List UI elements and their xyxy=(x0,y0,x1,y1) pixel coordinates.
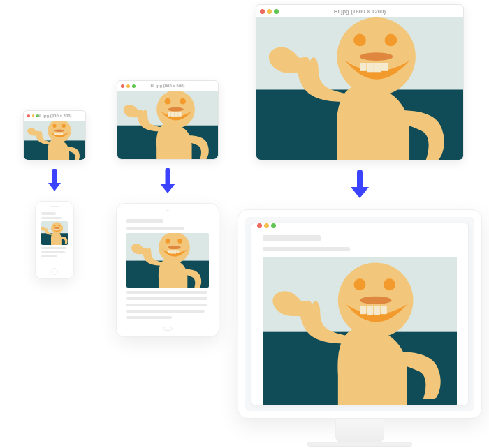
traffic-lights-icon xyxy=(260,9,279,14)
text-placeholder xyxy=(41,255,57,257)
text-placeholder xyxy=(126,297,207,300)
text-placeholder xyxy=(263,247,350,251)
text-placeholder xyxy=(126,304,207,306)
traffic-lights-icon xyxy=(27,114,39,117)
character-illustration xyxy=(24,121,85,160)
phone-screen xyxy=(38,209,71,266)
image-window-large: Hi.jpg (1600 × 1200) xyxy=(256,4,464,160)
text-placeholder xyxy=(126,310,205,313)
device-tablet xyxy=(116,203,219,337)
character-illustration xyxy=(126,233,209,288)
text-placeholder xyxy=(126,219,163,223)
home-button-icon xyxy=(163,327,173,331)
flow-medium: Hi.jpg (800 × 600) xyxy=(105,80,231,337)
monitor-stand xyxy=(335,419,384,443)
arrow-down-icon xyxy=(349,170,370,200)
text-placeholder xyxy=(41,212,56,215)
text-placeholder xyxy=(126,291,207,294)
traffic-lights-icon xyxy=(257,223,276,228)
device-desktop xyxy=(238,209,482,447)
character-illustration xyxy=(117,91,218,159)
monitor-base xyxy=(307,442,412,447)
text-placeholder xyxy=(263,235,321,241)
tablet-image xyxy=(126,233,209,288)
character-illustration xyxy=(263,257,457,405)
desktop-screen xyxy=(245,217,474,411)
phone-image xyxy=(41,221,68,245)
flow-large: Hi.jpg (1600 × 1200) xyxy=(231,4,489,447)
tablet-camera-icon xyxy=(166,210,169,211)
arrow-down-icon xyxy=(159,168,177,195)
device-phone xyxy=(35,201,74,279)
character-illustration xyxy=(41,221,68,245)
traffic-lights-icon xyxy=(121,84,136,88)
text-placeholder xyxy=(126,227,184,230)
text-placeholder xyxy=(41,251,65,253)
arrow-down-icon xyxy=(47,169,62,193)
browser-window xyxy=(251,223,469,405)
image-window-medium: Hi.jpg (800 × 600) xyxy=(117,80,219,160)
phone-speaker-icon xyxy=(50,206,59,207)
text-placeholder xyxy=(41,217,62,219)
home-button-icon xyxy=(51,268,58,275)
desktop-image xyxy=(263,257,457,405)
tablet-screen xyxy=(122,215,213,323)
image-window-small: Hi.jpg (400 × 300) xyxy=(23,110,86,160)
flow-small: Hi.jpg (400 × 300) xyxy=(13,110,96,279)
text-placeholder xyxy=(41,247,66,249)
window-title: Hi.jpg (1600 × 1200) xyxy=(256,8,463,15)
text-placeholder xyxy=(126,316,172,319)
character-illustration xyxy=(256,17,463,160)
